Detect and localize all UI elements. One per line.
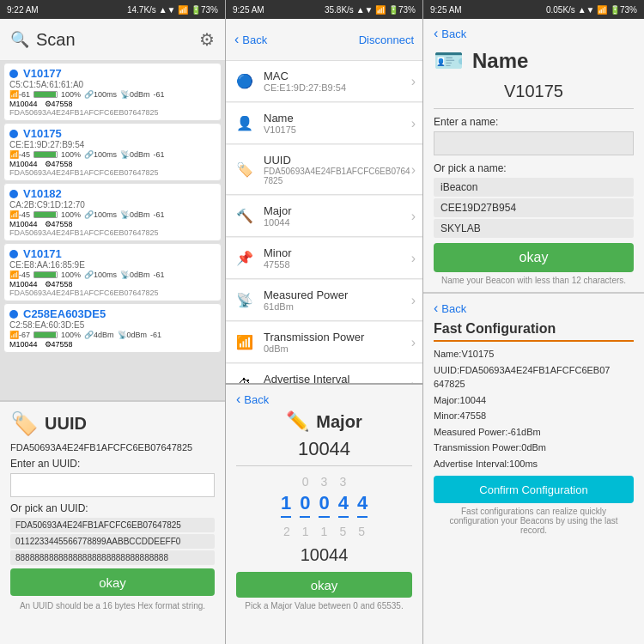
panel3-status-right: 0.05K/s ▲▼ 📶 🔋73% bbox=[546, 5, 637, 15]
uuid-subpanel: 🏷️ UUID FDA50693A4E24FB1AFCFC6EB07647825… bbox=[0, 400, 225, 644]
list-item[interactable]: C258EA603DE5 C2:58:EA:60:3D:E5 📶-67 100%… bbox=[3, 303, 222, 353]
name-panel-icon: 🪪 bbox=[434, 46, 464, 75]
name-option-2[interactable]: CEE19D27B954 bbox=[434, 198, 634, 217]
major-settings-label: Major bbox=[264, 204, 411, 217]
name-hint: Name your Beacon with less than 12 chara… bbox=[434, 276, 634, 285]
name-input-field[interactable] bbox=[434, 131, 634, 155]
settings-item-transmission-power[interactable]: 📶 Transmission Power 0dBm › bbox=[226, 322, 422, 363]
fast-config-item-major: Major:10044 bbox=[434, 393, 634, 408]
device-stats: 📶-67 100% 🔗4dBm 📡0dBm -61 bbox=[9, 331, 216, 339]
device-uuid: FDA50693A4E24FB1AFCFC6EB07647825 bbox=[9, 289, 216, 297]
panel2-disconnect-btn[interactable]: Disconnect bbox=[359, 33, 414, 46]
list-item[interactable]: V10182 CA:2B:C9:1D:12:70 📶-45 100% 🔗100m… bbox=[3, 183, 222, 241]
name-label: Name bbox=[264, 112, 411, 125]
major-okay-button[interactable]: okay bbox=[236, 572, 412, 598]
transmission-power-value: 0dBm bbox=[264, 343, 411, 354]
uuid-input[interactable] bbox=[10, 473, 215, 497]
major-current-display: 10044 bbox=[236, 438, 412, 466]
uuid-option-2[interactable]: 0112233445566778899AABBCCDDEEFF0 bbox=[10, 534, 215, 549]
major-back-label[interactable]: Back bbox=[244, 393, 269, 406]
list-item[interactable]: V10177 C5:C1:5A:61:61:A0 📶-61 100% 🔗100m… bbox=[3, 63, 222, 121]
picker-row-bottom: 2 1 1 5 5 bbox=[283, 525, 365, 538]
panel1-body: V10177 C5:C1:5A:61:61:A0 📶-61 100% 🔗100m… bbox=[0, 61, 225, 644]
gear-icon[interactable]: ⚙ bbox=[199, 29, 215, 50]
list-item[interactable]: V10171 CE:E8:AA:16:85:9E 📶-45 100% 🔗100m… bbox=[3, 243, 222, 301]
minor-settings-icon: 📌 bbox=[233, 250, 257, 266]
fast-config-item-transmission-power: Transmission Power:0dBm bbox=[434, 440, 634, 455]
fast-config-item-name: Name:V10175 bbox=[434, 347, 634, 361]
settings-item-measured-power[interactable]: 📡 Measured Power 61dBm › bbox=[226, 280, 422, 321]
panel3-body: ‹ Back 🪪 Name V10175 Enter a name: Or pi… bbox=[423, 19, 644, 644]
settings-item-advertise-interval[interactable]: ⏱ Advertise Interval 100ms › bbox=[226, 364, 422, 383]
settings-item-name[interactable]: 👤 Name V10175 › bbox=[226, 103, 422, 144]
device-name: V10177 bbox=[23, 67, 62, 80]
confirm-configuration-button[interactable]: Confirm Configuration bbox=[434, 476, 634, 503]
fast-config-item-minor: Minor:47558 bbox=[434, 409, 634, 423]
uuid-settings-label: UUID bbox=[264, 154, 411, 167]
panel2-time: 9:25 AM bbox=[233, 5, 264, 15]
device-list: V10177 C5:C1:5A:61:61:A0 📶-61 100% 🔗100m… bbox=[0, 61, 225, 400]
panel3-time: 9:25 AM bbox=[430, 5, 462, 15]
major-arrow-icon: › bbox=[411, 209, 416, 224]
major-panel-header: ‹ Back bbox=[236, 392, 412, 407]
panel2-back-label: Back bbox=[242, 33, 267, 46]
name-subpanel: ‹ Back 🪪 Name V10175 Enter a name: Or pi… bbox=[423, 19, 644, 292]
mac-arrow-icon: › bbox=[411, 74, 416, 89]
device-stats: 📶-45 100% 🔗100ms 📡0dBm -61 bbox=[9, 150, 216, 159]
fast-config-hint: Fast configurations can realize quickly … bbox=[434, 507, 634, 535]
picker-row-active[interactable]: 1 0 0 4 4 bbox=[281, 492, 368, 518]
settings-item-uuid[interactable]: 🏷️ UUID FDA50693A4E24FB1AFCFC6EB07647825… bbox=[226, 145, 422, 195]
uuid-pick-label: Or pick an UUID: bbox=[10, 502, 215, 514]
major-current-value: 10044 bbox=[298, 438, 350, 459]
uuid-option-3[interactable]: 88888888888888888888888888888888 bbox=[10, 550, 215, 565]
major-subpanel: ‹ Back ✏️ Major 10044 0 3 3 1 0 bbox=[226, 383, 422, 644]
device-name: V10171 bbox=[23, 247, 62, 260]
name-option-3[interactable]: SKYLAB bbox=[434, 219, 634, 238]
minor-settings-value: 47558 bbox=[264, 259, 411, 270]
uuid-icon: 🏷️ bbox=[10, 410, 38, 437]
device-mac: CE:E8:AA:16:85:9E bbox=[9, 260, 216, 270]
advertise-interval-arrow-icon: › bbox=[411, 377, 416, 384]
panel1-time: 9:22 AM bbox=[7, 5, 39, 15]
device-mac: C5:C1:5A:61:61:A0 bbox=[9, 80, 216, 89]
name-back-label[interactable]: Back bbox=[441, 27, 466, 40]
name-value: V10175 bbox=[264, 125, 411, 135]
uuid-panel-title: UUID bbox=[45, 414, 87, 434]
panel2-back-btn[interactable]: ‹ Back bbox=[234, 32, 267, 47]
device-stats: 📶-61 100% 🔗100ms 📡0dBm -61 bbox=[9, 90, 216, 99]
fast-config-item-measured-power: Measured Power:-61dBm bbox=[434, 425, 634, 440]
major-panel-title: Major bbox=[316, 412, 361, 432]
settings-item-minor[interactable]: 📌 Minor 47558 › bbox=[226, 238, 422, 279]
major-back-chevron-icon: ‹ bbox=[236, 392, 240, 407]
minor-settings-label: Minor bbox=[264, 246, 411, 259]
measured-power-value: 61dBm bbox=[264, 301, 411, 312]
fast-config-back-label[interactable]: Back bbox=[441, 302, 466, 315]
uuid-hint: An UUID should be a 16 bytes Hex format … bbox=[10, 601, 215, 611]
list-item[interactable]: V10175 CE:E1:9D:27:B9:54 📶-45 100% 🔗100m… bbox=[3, 123, 222, 181]
scan-title: Scan bbox=[36, 30, 199, 50]
major-picker: 0 3 3 1 0 0 4 4 2 1 1 5 5 bbox=[236, 475, 412, 538]
name-okay-button[interactable]: okay bbox=[434, 243, 634, 272]
settings-item-major[interactable]: 🔨 Major 10044 › bbox=[226, 196, 422, 237]
major-settings-icon: 🔨 bbox=[233, 208, 257, 224]
back-chevron-icon: ‹ bbox=[234, 32, 239, 47]
uuid-option-1[interactable]: FDA50693A4E24FB1AFCFC6EB07647825 bbox=[10, 518, 215, 532]
panel3-statusbar: 9:25 AM 0.05K/s ▲▼ 📶 🔋73% bbox=[423, 0, 644, 19]
name-enter-label: Enter a name: bbox=[434, 116, 634, 128]
settings-item-mac[interactable]: 🔵 MAC CE:E1:9D:27:B9:54 › bbox=[226, 61, 422, 102]
fast-config-title: Fast Configuration bbox=[434, 321, 634, 342]
major-result-display: 10044 bbox=[236, 545, 412, 565]
panel2: 9:25 AM 35.8K/s ▲▼ 📶 🔋73% ‹ Back Disconn… bbox=[225, 0, 422, 644]
device-name: C258EA603DE5 bbox=[23, 307, 106, 320]
uuid-enter-label: Enter an UUID: bbox=[10, 458, 215, 470]
panel1-status-right: 14.7K/s ▲▼ 📶 🔋73% bbox=[127, 5, 218, 15]
name-option-1[interactable]: iBeacon bbox=[434, 178, 634, 197]
device-mac: C2:58:EA:60:3D:E5 bbox=[9, 320, 216, 330]
search-icon: 🔍 bbox=[10, 30, 29, 49]
uuid-okay-button[interactable]: okay bbox=[10, 568, 215, 596]
name-panel-title: Name bbox=[472, 49, 528, 73]
fast-config-item-uuid: UUID:FDA50693A4E24FB1AFCFC6EB07647825 bbox=[434, 363, 634, 392]
major-panel-icon: ✏️ bbox=[286, 410, 309, 433]
fast-config-back-chevron-icon: ‹ bbox=[434, 301, 438, 316]
transmission-power-icon: 📶 bbox=[233, 334, 257, 350]
